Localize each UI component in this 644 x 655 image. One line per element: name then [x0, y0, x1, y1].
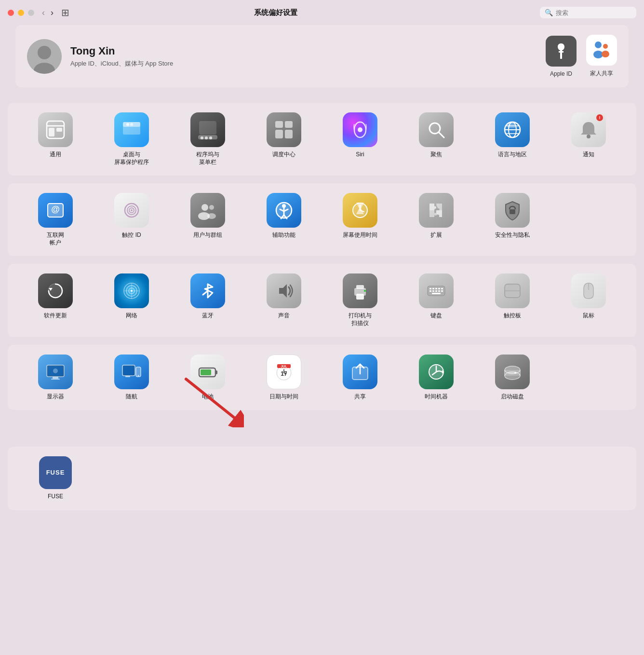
timemachine-pref[interactable]: 时间机器 — [400, 355, 472, 401]
dock-pref[interactable]: 程序坞与菜单栏 — [172, 112, 244, 166]
svg-point-3 — [595, 41, 602, 48]
software-label: 软件更新 — [44, 312, 67, 320]
section-preferences-1: 通用 桌面与屏幕保护程序 — [8, 103, 636, 176]
security-pref[interactable]: 安全性与隐私 — [476, 193, 549, 246]
close-button[interactable] — [8, 10, 14, 16]
svg-rect-23 — [285, 130, 293, 138]
accessibility-pref[interactable]: 辅助功能 — [248, 193, 320, 246]
mouse-pref[interactable]: 鼠标 — [552, 273, 625, 327]
siri-label: Siri — [356, 151, 364, 159]
internet-pref[interactable]: @ 互联网帐户 — [19, 193, 92, 246]
svg-rect-22 — [275, 130, 283, 138]
svg-rect-72 — [432, 288, 434, 289]
avatar[interactable] — [27, 39, 62, 74]
svg-point-69 — [364, 290, 366, 292]
datetime-label: 日期与时间 — [269, 393, 298, 401]
users-pref[interactable]: 用户与群组 — [172, 193, 244, 246]
svg-rect-88 — [53, 377, 58, 379]
section-preferences-2: @ 互联网帐户 触控 ID — [8, 183, 636, 256]
svg-rect-21 — [285, 121, 293, 128]
profile-info: Tong Xin Apple ID、iCloud、媒体与 App Store — [70, 45, 173, 68]
window-title: 系统偏好设置 — [17, 8, 534, 17]
language-label: 语言与地区 — [498, 151, 527, 159]
svg-point-34 — [587, 135, 590, 138]
svg-rect-77 — [432, 290, 434, 292]
icon-grid-4: 显示器 随航 — [19, 355, 625, 401]
trackpad-pref[interactable]: 触控板 — [476, 273, 549, 327]
language-pref[interactable]: 语言与地区 — [476, 112, 549, 166]
fuse-pref[interactable]: FUSE FUSE — [19, 456, 92, 501]
battery-pref[interactable]: 电池 — [172, 355, 244, 401]
users-label: 用户与群组 — [193, 232, 222, 239]
apple-id-action[interactable]: Apple ID — [546, 36, 577, 77]
sound-pref[interactable]: 声音 — [248, 273, 320, 327]
datetime-pref[interactable]: JUL 17 日期与时间 — [248, 355, 320, 401]
svg-point-112 — [505, 372, 520, 380]
spotlight-pref[interactable]: 聚焦 — [400, 112, 472, 166]
internet-label: 互联网帐户 — [47, 232, 64, 246]
svg-rect-67 — [356, 285, 364, 289]
screentime-pref[interactable]: 屏幕使用时间 — [324, 193, 396, 246]
extensions-pref[interactable]: 扩展 — [400, 193, 472, 246]
general-pref[interactable]: 通用 — [19, 112, 92, 166]
search-input[interactable] — [556, 9, 628, 16]
svg-rect-97 — [215, 370, 217, 374]
svg-text:JUL: JUL — [281, 365, 287, 368]
touchid-pref[interactable]: 触控 ID — [95, 193, 168, 246]
search-box[interactable]: 🔍 — [540, 7, 636, 18]
siri-pref[interactable]: Siri — [324, 112, 396, 166]
startup-pref[interactable]: 启动磁盘 — [476, 355, 549, 401]
section-preferences-3: 软件更新 网络 — [8, 264, 636, 337]
svg-rect-79 — [438, 290, 440, 292]
svg-rect-93 — [125, 376, 130, 377]
svg-rect-89 — [51, 379, 60, 380]
timemachine-label: 时间机器 — [425, 393, 448, 401]
profile-name: Tong Xin — [70, 45, 173, 57]
mouse-label: 鼠标 — [583, 312, 594, 320]
profile-left: Tong Xin Apple ID、iCloud、媒体与 App Store — [27, 39, 173, 74]
network-pref[interactable]: 网络 — [95, 273, 168, 327]
network-label: 网络 — [126, 312, 137, 320]
icon-grid-5: FUSE FUSE — [19, 456, 625, 501]
profile-section: Tong Xin Apple ID、iCloud、媒体与 App Store A… — [15, 25, 629, 87]
svg-point-13 — [126, 123, 129, 126]
family-sharing-action[interactable]: 家人共享 — [586, 35, 617, 78]
screentime-label: 屏幕使用时间 — [343, 232, 377, 239]
svg-point-6 — [602, 51, 609, 57]
extensions-label: 扩展 — [430, 232, 442, 239]
svg-point-14 — [130, 123, 133, 126]
mission-pref[interactable]: 调度中心 — [248, 112, 320, 166]
printer-pref[interactable]: 打印机与扫描仪 — [324, 273, 396, 327]
software-pref[interactable]: 软件更新 — [19, 273, 92, 327]
svg-rect-10 — [56, 128, 62, 132]
trackpad-label: 触控板 — [504, 312, 521, 320]
svg-rect-74 — [438, 288, 440, 289]
desktop-pref[interactable]: 桌面与屏幕保护程序 — [95, 112, 168, 166]
svg-point-113 — [514, 372, 516, 374]
desktop-label: 桌面与屏幕保护程序 — [114, 151, 149, 166]
svg-point-5 — [603, 44, 608, 49]
svg-rect-15 — [199, 121, 216, 135]
touchid-label: 触控 ID — [122, 232, 141, 239]
svg-rect-81 — [432, 293, 441, 294]
svg-point-90 — [53, 368, 58, 373]
keyboard-pref[interactable]: 键盘 — [400, 273, 472, 327]
svg-point-41 — [201, 204, 208, 211]
svg-rect-55 — [510, 209, 515, 214]
bluetooth-pref[interactable]: 蓝牙 — [172, 273, 244, 327]
family-icon — [586, 35, 617, 66]
mission-label: 调度中心 — [272, 151, 295, 159]
svg-text:@: @ — [51, 205, 60, 214]
svg-rect-75 — [441, 288, 443, 289]
svg-rect-17 — [201, 136, 203, 139]
printer-label: 打印机与扫描仪 — [349, 312, 372, 327]
svg-rect-92 — [123, 366, 134, 375]
apple-id-icon — [546, 36, 577, 67]
svg-point-85 — [588, 287, 590, 289]
svg-rect-68 — [356, 294, 364, 300]
sidecar-pref[interactable]: 随航 — [95, 355, 168, 401]
display-pref[interactable]: 显示器 — [19, 355, 92, 401]
sharing-pref[interactable]: 共享 — [324, 355, 396, 401]
spotlight-label: 聚焦 — [430, 151, 442, 159]
notification-pref[interactable]: ! 通知 — [552, 112, 625, 166]
